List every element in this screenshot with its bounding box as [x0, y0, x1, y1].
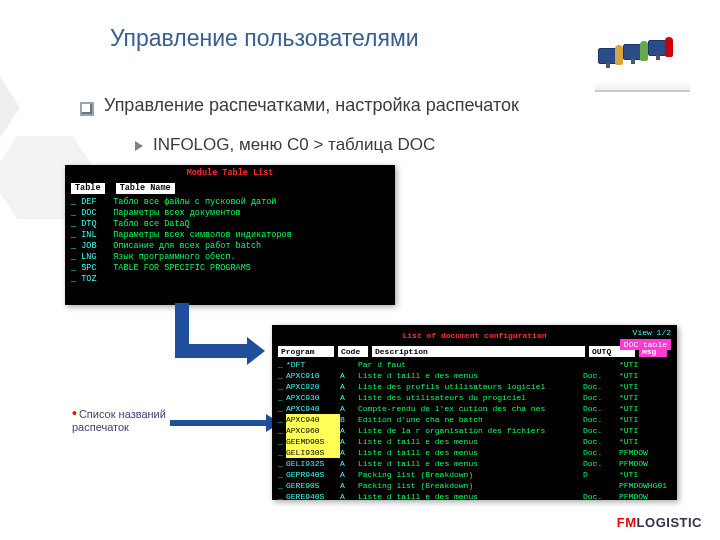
term1-row: _ JOBОписание для всех работ batch	[71, 241, 389, 252]
term2-hdr-desc: Description	[372, 346, 585, 357]
term1-hdr-name: Table Name	[116, 183, 175, 194]
bullet-1: Управление распечатками, настройка распе…	[80, 95, 519, 116]
triangle-bullet-icon	[135, 141, 143, 151]
term1-row: _ DTQТабло все DataQ	[71, 219, 389, 230]
term1-rows: _ DEFТабло все файлы с пусковой датой_ D…	[65, 195, 395, 287]
term2-row: _APXC940ACompte-rendu de l'ex cution des…	[278, 403, 671, 414]
bullet-2-text: INFOLOG, меню C0 > таблица DOC	[153, 135, 435, 155]
term2-rows: _*DFTPar d faut*UTI_APXC910AListe d tail…	[272, 357, 677, 504]
term2-row: _GELI930SAListe d taill e des menusDoc.P…	[278, 447, 671, 458]
term2-row: _GERE905APacking list (Breakdown)PFMDOWH…	[278, 480, 671, 491]
term2-row: _GERE940SAListe d taill e des menusDoc.P…	[278, 491, 671, 502]
corner-illustration	[595, 30, 690, 92]
term2-row: _APXC920AListe des profils utilisateurs …	[278, 381, 671, 392]
term1-row: _ LNGЯзык программного обесп.	[71, 252, 389, 263]
slide-title: Управление пользователями	[110, 25, 419, 52]
term2-row: _APXC930AListe des utilisateurs du progi…	[278, 392, 671, 403]
logo-rest: LOGISTIC	[637, 515, 702, 530]
term1-row: _ DOCПараметры всех документов	[71, 208, 389, 219]
square-bullet-icon	[80, 102, 94, 116]
term2-header: Program Code Description OUTQ Msg	[272, 346, 677, 357]
term1-hdr-table: Table	[71, 183, 105, 194]
term2-row: _APXC940BEdition d'une cha ne batchDoc.*…	[278, 414, 671, 425]
logo-fm: FM	[617, 515, 637, 530]
term1-header: Table Table Name	[65, 182, 395, 195]
arrow-connector-2	[170, 420, 268, 426]
arrow-connector-1	[175, 303, 265, 383]
term2-row: _GELI932SAListe d taill e des menusDoc.P…	[278, 458, 671, 469]
terminal-doc-config-list: List of document configuration View 1/2 …	[272, 325, 677, 500]
bullet-2: INFOLOG, меню C0 > таблица DOC	[135, 135, 435, 155]
term2-row: _APXC910AListe d taill e des menusDoc.*U…	[278, 370, 671, 381]
term1-row: _ DEFТабло все файлы с пусковой датой	[71, 197, 389, 208]
term2-title: List of document configuration	[278, 327, 671, 344]
term2-hdr-program: Program	[278, 346, 334, 357]
logo: FMLOGISTIC	[617, 515, 702, 530]
term1-row: _ TOZ	[71, 274, 389, 285]
bullet-1-text: Управление распечатками, настройка распе…	[104, 95, 519, 116]
term1-title: Module Table List	[65, 165, 395, 182]
term2-row: _APXC960AListe de la r organisation des …	[278, 425, 671, 436]
term2-view: View 1/2	[633, 327, 671, 338]
note-text: Список названий распечаток	[72, 408, 166, 433]
term2-tag: DOC table	[620, 339, 671, 350]
annotation-note: •Список названий распечаток	[72, 408, 172, 434]
term2-hdr-code: Code	[338, 346, 368, 357]
term2-row: _GEEMD90SAListe d taill e des menusDoc.*…	[278, 436, 671, 447]
term2-row: _GEPR940SAPacking list (Breakdown)D*UTI	[278, 469, 671, 480]
term1-row: _ INLПараметры всех символов индикаторов	[71, 230, 389, 241]
term1-row: _ SPCTABLE FOR SPECIFIC PROGRAMS	[71, 263, 389, 274]
term2-row: _*DFTPar d faut*UTI	[278, 359, 671, 370]
terminal-module-table-list: Module Table List Table Table Name _ DEF…	[65, 165, 395, 305]
